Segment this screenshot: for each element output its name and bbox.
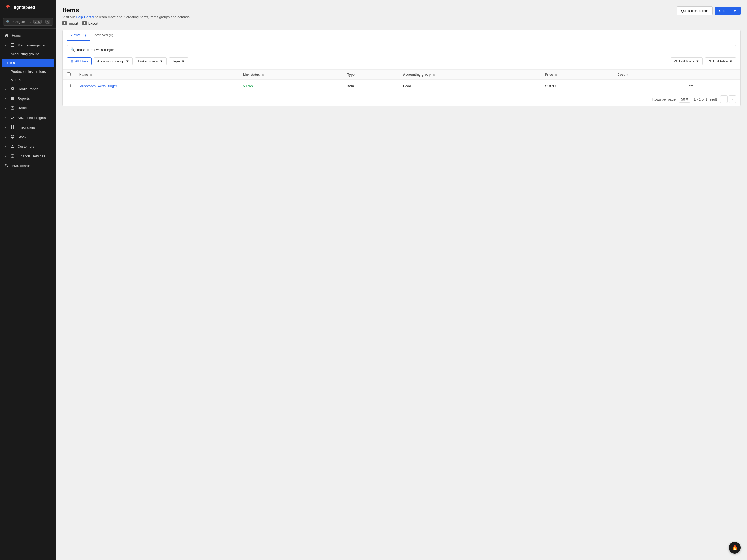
sidebar-item-reports[interactable]: ► Reports — [0, 94, 56, 103]
price-column-header[interactable]: Price ⇅ — [541, 70, 613, 80]
sidebar-item-integrations[interactable]: ► Integrations — [0, 123, 56, 132]
link-status-sort-icon: ⇅ — [262, 73, 264, 76]
tabs-row: Active (1) Archived (0) — [63, 30, 740, 41]
subtitle-end-text: to learn more about creating items, item… — [95, 15, 190, 19]
search-input[interactable] — [77, 48, 732, 52]
actions-column-header — [683, 70, 740, 80]
all-filters-button[interactable]: ⊞ All filters — [67, 57, 92, 65]
price-sort-icon: ⇅ — [555, 73, 557, 76]
select-all-checkbox[interactable] — [67, 72, 71, 76]
help-center-link[interactable]: Help Center — [76, 15, 94, 19]
select-all-cell[interactable] — [63, 70, 75, 80]
pagination-next-button[interactable]: › — [728, 96, 736, 103]
row-name-cell[interactable]: Mushroom Swiss Burger — [75, 80, 239, 92]
edit-table-label: Edit table — [713, 59, 727, 63]
sidebar-item-menus[interactable]: Menus — [0, 76, 56, 84]
link-status-column-header[interactable]: Link status ⇅ — [239, 70, 343, 80]
price-column-label: Price — [545, 73, 553, 77]
create-dropdown-arrow[interactable]: ▼ — [731, 9, 736, 12]
sidebar-item-stock[interactable]: ► Stock — [0, 132, 56, 141]
create-button[interactable]: Create ▼ — [715, 7, 741, 15]
rows-per-page-spinner[interactable]: ▲ ▼ — [686, 97, 688, 101]
svg-point-8 — [12, 145, 14, 146]
linked-menu-chevron: ▼ — [160, 59, 163, 63]
cmd-key: Cmd — [33, 20, 42, 24]
edit-table-button[interactable]: ⚙ Edit table ▼ — [705, 57, 736, 65]
filter-icon: ⊞ — [71, 59, 73, 63]
sidebar-item-menu-management[interactable]: ▼ Menu management — [0, 40, 56, 50]
k-key: K — [45, 20, 50, 24]
sidebar-item-items[interactable]: Items — [2, 59, 54, 67]
name-sort-icon: ⇅ — [90, 73, 92, 76]
sidebar-item-customers-label: Customers — [18, 144, 34, 149]
pagination-navigation: ‹ › — [720, 96, 736, 103]
row-checkbox[interactable] — [67, 84, 71, 87]
accounting-group-value: Food — [403, 84, 411, 88]
table-row: Mushroom Swiss Burger 5 links Item Food — [63, 80, 740, 92]
rows-per-page-select[interactable]: 50 ▲ ▼ — [679, 96, 691, 103]
price-value: $18.99 — [545, 84, 556, 88]
type-filter-label: Type — [172, 59, 180, 63]
sidebar-item-financial-services[interactable]: ► Financial services — [0, 151, 56, 161]
tab-archived[interactable]: Archived (0) — [90, 30, 118, 41]
linked-menu-filter-label: Linked menu — [138, 59, 158, 63]
subtitle-text: Visit our — [62, 15, 76, 19]
edit-table-chevron: ▼ — [729, 59, 732, 63]
quick-create-button[interactable]: Quick create item — [676, 6, 713, 15]
sidebar-item-pms-search[interactable]: PMS search — [0, 161, 56, 170]
accounting-group-chevron: ▼ — [126, 59, 129, 63]
sidebar-item-customers[interactable]: ► Customers — [0, 141, 56, 151]
name-column-label: Name — [79, 73, 88, 77]
type-filter[interactable]: Type ▼ — [169, 57, 188, 65]
cost-column-label: Cost — [617, 73, 624, 77]
sidebar-item-advanced-insights[interactable]: ► Advanced insights — [0, 113, 56, 123]
search-box[interactable]: 🔍 — [67, 45, 736, 54]
svg-rect-7 — [13, 128, 15, 129]
export-button[interactable]: ⬆ Export — [82, 21, 99, 25]
table-header: Name ⇅ Link status ⇅ Type Accounting gro… — [63, 70, 740, 80]
accounting-group-filter[interactable]: Accounting group ▼ — [94, 57, 133, 65]
row-type-cell: Item — [343, 80, 399, 92]
rows-per-page-value: 50 — [681, 97, 685, 101]
sidebar-item-configuration[interactable]: ► Configuration — [0, 84, 56, 94]
linked-menu-filter[interactable]: Linked menu ▼ — [135, 57, 166, 65]
integrations-icon — [10, 125, 15, 130]
svg-point-9 — [11, 154, 14, 158]
lightspeed-logo-icon — [4, 4, 12, 11]
hours-expand-icon: ► — [4, 107, 7, 110]
cost-value: 0 — [617, 84, 619, 88]
sidebar-item-hours[interactable]: ► Hours — [0, 103, 56, 113]
edit-filters-button[interactable]: ⚙ Edit filters ▼ — [671, 57, 703, 65]
row-link-status-cell[interactable]: 5 links — [239, 80, 343, 92]
reports-expand-icon: ► — [4, 97, 7, 100]
fab-button[interactable]: 🔥 — [729, 542, 741, 554]
sidebar-search-area[interactable]: 🔍 Navigate to... Cmd → K — [0, 15, 56, 29]
sidebar-logo[interactable]: lightspeed — [0, 0, 56, 15]
row-cost-cell: 0 — [613, 80, 683, 92]
sidebar-item-reports-label: Reports — [18, 97, 30, 101]
sidebar-item-accounting-groups[interactable]: Accounting groups — [0, 50, 56, 58]
name-column-header[interactable]: Name ⇅ — [75, 70, 239, 80]
link-status-column-label: Link status — [243, 73, 260, 77]
item-name-link[interactable]: Mushroom Swiss Burger — [79, 84, 117, 88]
navigate-search-box[interactable]: 🔍 Navigate to... Cmd → K — [3, 18, 53, 26]
page-actions: Quick create item Create ▼ — [676, 6, 741, 15]
configuration-icon — [10, 86, 15, 91]
row-actions-cell[interactable]: ••• — [683, 80, 740, 92]
link-status-value[interactable]: 5 links — [243, 84, 253, 88]
search-magnifier-icon: 🔍 — [71, 48, 75, 52]
row-actions-button[interactable]: ••• — [687, 83, 695, 89]
accounting-group-column-header[interactable]: Accounting group ⇅ — [399, 70, 541, 80]
sidebar-navigation: Home ▼ Menu management Accounting groups… — [0, 29, 56, 560]
row-checkbox-cell[interactable] — [63, 80, 75, 92]
import-button[interactable]: ⬇ Import — [62, 21, 78, 25]
sidebar-item-home[interactable]: Home — [0, 31, 56, 40]
sidebar-item-production-instructions[interactable]: Production instructions — [0, 68, 56, 76]
accounting-group-column-label: Accounting group — [403, 73, 431, 77]
svg-point-10 — [5, 164, 7, 166]
tab-active[interactable]: Active (1) — [67, 30, 90, 41]
advanced-insights-icon — [10, 115, 15, 120]
pagination-prev-button[interactable]: ‹ — [720, 96, 727, 103]
svg-rect-6 — [11, 128, 12, 129]
cost-column-header[interactable]: Cost ⇅ — [613, 70, 683, 80]
